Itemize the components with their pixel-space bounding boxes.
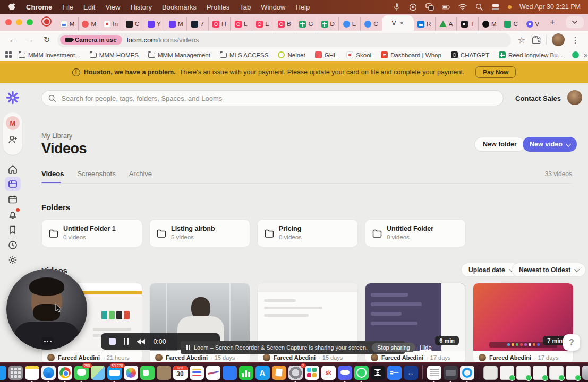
tab-dark-circle[interactable]: M [478, 17, 500, 31]
folder-card-untitled[interactable]: Untitled Folder0 videos [365, 219, 466, 247]
tab-blue-c[interactable]: C [360, 17, 382, 31]
screen-mirroring-icon[interactable] [425, 3, 434, 11]
bookmark-skool[interactable]: Skool [342, 51, 376, 58]
dark-window-app-dock-icon[interactable] [444, 366, 458, 380]
battery-icon[interactable] [442, 3, 450, 11]
sidebar-home-icon[interactable] [6, 163, 19, 176]
sidebar-library-icon[interactable] [6, 178, 19, 190]
tab-blue-e[interactable]: E [338, 17, 360, 31]
restart-recording-button[interactable] [137, 339, 145, 344]
folder-card-pricing[interactable]: Pricing0 videos [257, 219, 358, 247]
folder-card-listing-airbnb[interactable]: Listing airbnb5 videos [149, 219, 250, 247]
chart-wave-app-dock-icon[interactable] [206, 366, 220, 380]
bookmark-folder-mmm-investment[interactable]: MMM Investment... [14, 52, 85, 58]
textedit-dock-icon[interactable] [427, 366, 441, 380]
screenshot-file-dock-icon[interactable] [533, 366, 547, 380]
trash-dock-icon[interactable] [582, 366, 588, 380]
webcam-options-button[interactable] [41, 337, 54, 345]
sidebar-meetings-icon[interactable] [6, 193, 19, 206]
menu-window[interactable]: Window [261, 3, 285, 11]
workspace-avatar[interactable]: M [6, 116, 20, 130]
system-settings-dock-icon[interactable]: 2 [288, 366, 303, 380]
bookmark-whop[interactable]: Dashboard | Whop [376, 51, 446, 58]
bookmark-folder-mmm-homes[interactable]: MMM HOMES [85, 52, 143, 58]
whatsapp-dock-icon[interactable] [354, 366, 369, 380]
slack-dock-icon[interactable] [305, 366, 319, 380]
chrome-profile-avatar[interactable] [552, 33, 565, 46]
bookmark-reed-longview[interactable]: Reed longview Bu... [494, 51, 567, 58]
url-text[interactable]: loom.com/looms/videos [127, 36, 199, 44]
tab-ghl[interactable]: M [78, 17, 100, 31]
tab-sheets-g[interactable]: G [295, 17, 317, 31]
tab-purple-y[interactable]: Y [143, 17, 165, 31]
tab-purple-m[interactable]: M [165, 17, 186, 31]
tab-close-icon[interactable] [400, 19, 404, 27]
tab-loom-flower[interactable]: V [522, 17, 543, 31]
skool-dock-icon[interactable] [321, 366, 336, 380]
tab-sheets-d[interactable]: D [317, 17, 338, 31]
stop-sharing-button[interactable]: Stop sharing [372, 343, 415, 352]
record-menu-icon[interactable] [409, 3, 417, 11]
wifi-icon[interactable] [458, 3, 467, 11]
app-store-dock-icon[interactable] [255, 366, 270, 380]
folder-card-untitled-1[interactable]: Untitled Folder 10 videos [41, 219, 142, 247]
window-zoom-button[interactable] [27, 19, 33, 25]
tab-loom-active[interactable]: V [382, 15, 414, 31]
documents-stack-dock-icon[interactable] [483, 366, 498, 380]
tab-airbnb-h[interactable]: H [208, 17, 230, 31]
window-minimize-button[interactable] [16, 19, 22, 25]
chrome-dock-icon[interactable] [58, 366, 72, 380]
user-avatar[interactable] [567, 90, 582, 105]
bookmark-chatgpt[interactable]: CHATGPT [446, 51, 494, 58]
loom-search-bar[interactable] [41, 90, 504, 106]
apple-menu-icon[interactable] [7, 3, 16, 11]
contacts-dock-icon[interactable] [157, 366, 171, 380]
menu-profiles[interactable]: Profiles [207, 3, 229, 11]
tab-chatgpt[interactable]: C [122, 17, 143, 31]
tab-airbnb-l[interactable]: L [230, 17, 252, 31]
notes-dock-icon[interactable] [25, 366, 39, 380]
tab-archive[interactable]: Archive [129, 170, 152, 178]
tab-screenshots[interactable]: Screenshots [77, 170, 115, 178]
new-tab-button[interactable] [546, 15, 559, 29]
bookmark-ghl[interactable]: GHL [310, 51, 342, 58]
tab-search-button[interactable] [566, 16, 584, 28]
pay-now-button[interactable]: Pay Now [475, 66, 516, 78]
bookmark-green-circle[interactable] [567, 51, 584, 58]
sidebar-notifications-icon[interactable] [6, 209, 19, 221]
hide-infobar-link[interactable]: Hide [420, 344, 432, 351]
safari-dock-icon[interactable] [41, 366, 56, 380]
discord-dock-icon[interactable] [338, 366, 352, 380]
spreadsheet-file-dock-icon[interactable] [566, 366, 580, 380]
menu-bookmarks[interactable]: Bookmarks [162, 3, 197, 11]
menu-edit[interactable]: Edit [83, 3, 95, 11]
screenshot-file-dock-icon[interactable] [500, 366, 514, 380]
capcut-dock-icon[interactable] [371, 366, 385, 380]
menu-file[interactable]: File [62, 3, 73, 11]
bookmark-folder-mmm-management[interactable]: MMM Management [143, 52, 215, 58]
quicktime-dock-icon[interactable] [460, 366, 474, 380]
apps-grid-icon[interactable] [5, 51, 12, 58]
help-button[interactable]: ? [563, 334, 580, 351]
pause-recording-button[interactable] [124, 338, 129, 345]
reload-button[interactable] [40, 35, 53, 45]
menu-bar-clock[interactable]: Wed Apr 30 2:21 PM [519, 3, 581, 11]
maps-dock-icon[interactable] [91, 366, 105, 380]
tab-drive[interactable]: A [435, 17, 457, 31]
user-switch-icon[interactable] [491, 3, 500, 11]
mail-dock-icon[interactable]: 53,728 [107, 366, 122, 380]
menu-view[interactable]: View [105, 3, 120, 11]
tab-camera-app[interactable]: T [456, 17, 478, 31]
tab-airbnb-b[interactable]: B [274, 17, 295, 31]
search-input[interactable] [61, 94, 497, 103]
menu-tab[interactable]: Tab [240, 3, 251, 11]
chrome-menu-icon[interactable] [569, 35, 582, 45]
back-button[interactable] [6, 35, 19, 45]
stop-recording-button[interactable] [109, 338, 116, 345]
new-folder-button[interactable]: New folder [474, 137, 525, 152]
camera-in-use-badge[interactable]: Camera in use [60, 35, 122, 45]
numbers-dock-icon[interactable] [239, 366, 253, 380]
passwords-dock-icon[interactable] [387, 366, 402, 380]
recording-indicator-icon[interactable] [41, 16, 52, 27]
loom-logo-icon[interactable] [6, 91, 20, 105]
